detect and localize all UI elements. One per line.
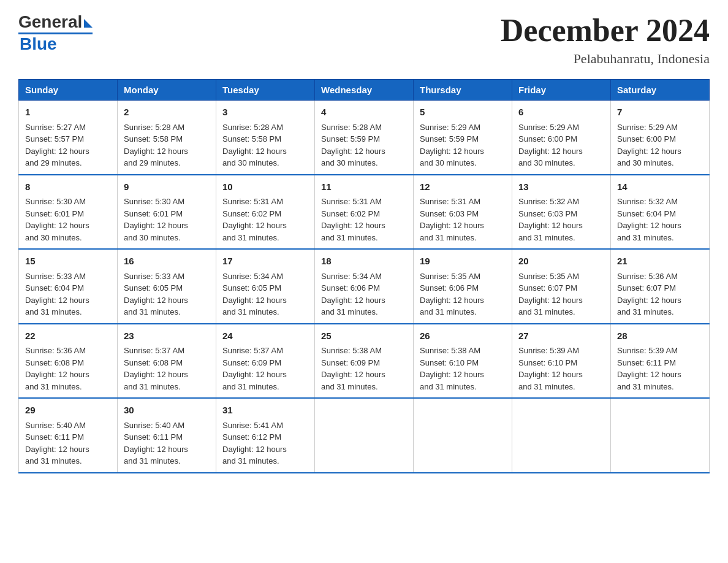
daylight-text: Daylight: 12 hours bbox=[420, 221, 484, 230]
daylight-minutes-text: and 30 minutes. bbox=[518, 158, 575, 167]
sunrise-text: Sunrise: 5:35 AM bbox=[420, 272, 480, 281]
day-number: 28 bbox=[617, 329, 703, 343]
daylight-text: Daylight: 12 hours bbox=[518, 147, 583, 156]
daylight-minutes-text: and 31 minutes. bbox=[222, 233, 279, 242]
daylight-minutes-text: and 29 minutes. bbox=[124, 158, 181, 167]
calendar-cell: 17Sunrise: 5:34 AMSunset: 6:05 PMDayligh… bbox=[216, 249, 315, 324]
daylight-minutes-text: and 31 minutes. bbox=[124, 456, 181, 465]
sunrise-text: Sunrise: 5:29 AM bbox=[420, 123, 480, 132]
daylight-text: Daylight: 12 hours bbox=[420, 370, 484, 379]
calendar-cell: 21Sunrise: 5:36 AMSunset: 6:07 PMDayligh… bbox=[611, 249, 710, 324]
sunrise-text: Sunrise: 5:39 AM bbox=[518, 346, 579, 355]
day-number: 25 bbox=[321, 329, 407, 343]
sunrise-text: Sunrise: 5:29 AM bbox=[518, 123, 579, 132]
day-number: 21 bbox=[617, 255, 703, 269]
sunset-text: Sunset: 6:10 PM bbox=[518, 358, 577, 367]
sunset-text: Sunset: 6:00 PM bbox=[617, 134, 676, 144]
day-number: 5 bbox=[420, 105, 506, 120]
daylight-minutes-text: and 31 minutes. bbox=[321, 233, 378, 242]
day-number: 22 bbox=[25, 329, 111, 343]
daylight-minutes-text: and 30 minutes. bbox=[617, 158, 674, 167]
daylight-minutes-text: and 31 minutes. bbox=[420, 382, 477, 391]
sunset-text: Sunset: 5:58 PM bbox=[124, 134, 183, 144]
sunrise-text: Sunrise: 5:27 AM bbox=[25, 123, 86, 132]
daylight-text: Daylight: 12 hours bbox=[617, 147, 681, 156]
daylight-text: Daylight: 12 hours bbox=[518, 296, 583, 305]
calendar-week-row: 29Sunrise: 5:40 AMSunset: 6:11 PMDayligh… bbox=[19, 398, 710, 473]
sunset-text: Sunset: 6:11 PM bbox=[25, 432, 84, 442]
daylight-text: Daylight: 12 hours bbox=[124, 147, 188, 156]
sunrise-text: Sunrise: 5:35 AM bbox=[518, 272, 579, 281]
page-header: General Blue December 2024 Pelabuhanratu… bbox=[18, 12, 710, 67]
sunrise-text: Sunrise: 5:39 AM bbox=[617, 346, 678, 355]
sunrise-text: Sunrise: 5:40 AM bbox=[124, 421, 184, 430]
sunset-text: Sunset: 6:05 PM bbox=[222, 283, 281, 293]
day-number: 31 bbox=[222, 404, 308, 418]
daylight-minutes-text: and 31 minutes. bbox=[420, 233, 477, 242]
calendar-cell: 22Sunrise: 5:36 AMSunset: 6:08 PMDayligh… bbox=[19, 324, 118, 399]
header-thursday: Thursday bbox=[414, 80, 512, 101]
logo: General Blue bbox=[18, 12, 93, 54]
calendar-cell: 25Sunrise: 5:38 AMSunset: 6:09 PMDayligh… bbox=[315, 324, 414, 399]
daylight-text: Daylight: 12 hours bbox=[124, 370, 188, 379]
calendar-cell: 11Sunrise: 5:31 AMSunset: 6:02 PMDayligh… bbox=[315, 175, 414, 250]
calendar-cell: 16Sunrise: 5:33 AMSunset: 6:05 PMDayligh… bbox=[118, 249, 216, 324]
day-number: 11 bbox=[321, 180, 407, 194]
daylight-text: Daylight: 12 hours bbox=[222, 221, 287, 230]
day-number: 27 bbox=[518, 329, 604, 343]
sunset-text: Sunset: 6:03 PM bbox=[420, 209, 479, 218]
daylight-minutes-text: and 30 minutes. bbox=[420, 158, 477, 167]
sunrise-text: Sunrise: 5:33 AM bbox=[124, 272, 184, 281]
sunrise-text: Sunrise: 5:33 AM bbox=[25, 272, 86, 281]
calendar-cell: 9Sunrise: 5:30 AMSunset: 6:01 PMDaylight… bbox=[118, 175, 216, 250]
daylight-minutes-text: and 31 minutes. bbox=[617, 307, 674, 316]
sunset-text: Sunset: 6:09 PM bbox=[222, 358, 281, 367]
sunset-text: Sunset: 6:03 PM bbox=[518, 209, 577, 218]
day-number: 30 bbox=[124, 404, 210, 418]
calendar-title-block: December 2024 Pelabuhanratu, Indonesia bbox=[501, 12, 710, 67]
day-number: 6 bbox=[518, 105, 604, 120]
sunset-text: Sunset: 6:11 PM bbox=[124, 432, 183, 442]
sunrise-text: Sunrise: 5:31 AM bbox=[321, 197, 382, 206]
calendar-week-row: 22Sunrise: 5:36 AMSunset: 6:08 PMDayligh… bbox=[19, 324, 710, 399]
calendar-cell bbox=[611, 398, 710, 473]
daylight-text: Daylight: 12 hours bbox=[25, 147, 89, 156]
daylight-text: Daylight: 12 hours bbox=[222, 147, 287, 156]
daylight-text: Daylight: 12 hours bbox=[518, 370, 583, 379]
sunrise-text: Sunrise: 5:31 AM bbox=[222, 197, 283, 206]
daylight-minutes-text: and 30 minutes. bbox=[124, 233, 181, 242]
day-number: 10 bbox=[222, 180, 308, 194]
logo-general: General bbox=[18, 12, 82, 32]
sunrise-text: Sunrise: 5:37 AM bbox=[222, 346, 283, 355]
calendar-week-row: 8Sunrise: 5:30 AMSunset: 6:01 PMDaylight… bbox=[19, 175, 710, 250]
daylight-minutes-text: and 31 minutes. bbox=[321, 382, 378, 391]
sunset-text: Sunset: 5:57 PM bbox=[25, 134, 84, 144]
sunset-text: Sunset: 5:59 PM bbox=[420, 134, 479, 144]
calendar-cell: 31Sunrise: 5:41 AMSunset: 6:12 PMDayligh… bbox=[216, 398, 315, 473]
day-number: 23 bbox=[124, 329, 210, 343]
daylight-text: Daylight: 12 hours bbox=[321, 221, 385, 230]
calendar-cell: 19Sunrise: 5:35 AMSunset: 6:06 PMDayligh… bbox=[414, 249, 512, 324]
daylight-text: Daylight: 12 hours bbox=[518, 221, 583, 230]
day-number: 15 bbox=[25, 255, 111, 269]
daylight-text: Daylight: 12 hours bbox=[124, 445, 188, 454]
daylight-minutes-text: and 31 minutes. bbox=[222, 382, 279, 391]
day-number: 18 bbox=[321, 255, 407, 269]
daylight-minutes-text: and 31 minutes. bbox=[518, 382, 575, 391]
daylight-text: Daylight: 12 hours bbox=[420, 296, 484, 305]
calendar-title: December 2024 bbox=[501, 12, 710, 48]
day-number: 14 bbox=[617, 180, 703, 194]
day-number: 24 bbox=[222, 329, 308, 343]
daylight-minutes-text: and 31 minutes. bbox=[124, 382, 181, 391]
daylight-text: Daylight: 12 hours bbox=[124, 221, 188, 230]
sunset-text: Sunset: 6:00 PM bbox=[518, 134, 577, 144]
daylight-text: Daylight: 12 hours bbox=[25, 221, 89, 230]
sunset-text: Sunset: 6:07 PM bbox=[518, 283, 577, 293]
header-saturday: Saturday bbox=[611, 80, 710, 101]
sunset-text: Sunset: 6:02 PM bbox=[321, 209, 380, 218]
calendar-cell bbox=[315, 398, 414, 473]
header-sunday: Sunday bbox=[19, 80, 118, 101]
daylight-minutes-text: and 30 minutes. bbox=[321, 158, 378, 167]
day-number: 8 bbox=[25, 180, 111, 194]
sunrise-text: Sunrise: 5:29 AM bbox=[617, 123, 678, 132]
